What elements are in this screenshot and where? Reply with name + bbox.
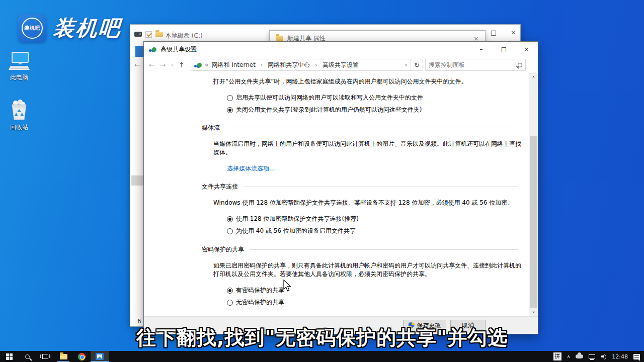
file-sharing-desc: Windows 使用 128 位加密帮助保护文件共享连接。某些设备不支持 128… [213,199,521,207]
history-dropdown-icon[interactable]: ∨ [171,63,174,67]
dialog-title: 高级共享设置 [160,45,197,54]
taskbar-file-explorer[interactable] [54,351,72,362]
section-password-protected-sharing: 密码保护的共享 [202,245,520,254]
public-folder-intro: 打开“公用文件夹共享”时，网络上包括家庭组成员在内的用户都可以访问公用文件夹中的… [213,77,521,86]
explorer-back-icon[interactable]: ← [134,61,140,69]
radio-label: 使用 128 位加密帮助保护文件共享连接(推荐) [236,215,359,223]
radio-disable-public-sharing[interactable]: 关闭公用文件夹共享(登录到此计算机的用户仍然可以访问这些文件夹) [227,106,520,114]
checkmark-icon[interactable] [145,31,152,38]
back-icon[interactable]: ← [149,61,155,69]
close-button[interactable]: × [515,42,538,57]
radio-128bit-encryption[interactable]: 使用 128 位加密帮助保护文件共享连接(推荐) [227,215,520,223]
radio-checked-icon [227,288,233,294]
breadcrumb-item-sharing-center[interactable]: 网络和共享中心 [268,61,310,69]
search-icon [518,63,522,67]
recycle-bin-label: 回收站 [10,123,28,132]
radio-unchecked-icon [227,300,233,306]
section-media-streaming: 媒体流 [202,124,520,132]
radio-checked-icon [227,107,233,113]
advanced-sharing-dialog: 高级共享设置 – □ × ← → ∨ ↑ « 网络和 Internet › 网络… [143,41,538,334]
forward-icon[interactable]: → [160,61,166,69]
breadcrumb[interactable]: « 网络和 Internet › 网络和共享中心 › 高级共享设置 ∨ [191,59,411,71]
radio-unchecked-icon [227,95,233,101]
task-view-button[interactable] [36,351,54,362]
radio-checked-icon [227,216,233,222]
taskbar: 拼 ∧ 12:48 [0,351,644,362]
search-icon [25,354,30,359]
media-streaming-desc: 当媒体流启用时，网络上的用户和设备便可以访问此计算机上的图片、音乐以及视频。此计… [213,140,521,157]
breadcrumb-item-advanced-sharing[interactable]: 高级共享设置 [323,61,359,69]
dialog-titlebar: 高级共享设置 – □ × [144,42,538,57]
minimize-button[interactable]: – [470,42,493,57]
breadcrumb-location-icon [194,63,202,67]
breadcrumb-overflow-icon[interactable]: « [204,61,209,68]
settings-content: 打开“公用文件夹共享”时，网络上包括家庭组成员在内的用户都可以访问公用文件夹中的… [144,73,529,316]
radio-label: 关闭公用文件夹共享(登录到此计算机的用户仍然可以访问这些文件夹) [236,106,422,114]
scrollbar[interactable]: ∧ ∨ [529,73,538,316]
this-pc-icon [8,51,31,71]
folder-icon[interactable] [155,32,163,37]
taskbar-active-app[interactable] [91,351,109,362]
explorer-close-button[interactable]: × [511,29,516,36]
watermark-logo: 装机吧 装机吧 [18,14,121,42]
chrome-icon [78,353,86,360]
radio-password-protected-on[interactable]: 有密码保护的共享 [227,286,520,295]
ime-indicator[interactable]: 拼 [553,352,561,360]
search-box[interactable] [425,59,526,71]
notification-center-icon[interactable] [633,354,640,359]
zhuangjiba-badge-icon: 装机吧 [18,14,46,42]
file-explorer-icon [60,354,67,359]
start-button[interactable] [0,351,18,362]
radio-label: 为使用 40 或 56 位加密的设备启用文件共享 [236,227,356,235]
drive-icon [134,32,142,37]
this-pc-label: 此电脑 [10,73,28,82]
video-subtitle: 往下翻找,找到"无密码保护的共享"并勾选 [0,324,644,351]
network-icon[interactable] [589,354,595,359]
explorer-selected-row [131,175,144,186]
maximize-button[interactable]: □ [493,42,515,57]
badge-text: 装机吧 [24,25,40,32]
section-file-sharing-connections: 文件共享连接 [202,183,520,191]
radio-label: 启用共享以便可以访问网络的用户可以读取和写入公用文件夹中的文件 [236,94,423,102]
breadcrumb-item-network-internet[interactable]: 网络和 Internet [211,61,255,69]
breadcrumb-separator-icon: › [258,62,266,68]
active-app-icon [96,353,104,360]
password-sharing-desc: 如果已启用密码保护的共享，则只有具备此计算机的用户帐户和密码的用户才可以访问共享… [213,261,521,279]
explorer-item-count: 6 [137,318,141,325]
desktop-background: 装机吧 装机吧 此电脑 回收站 [0,0,644,362]
tray-expand-icon[interactable]: ∧ [567,354,571,359]
refresh-button[interactable]: ↻ [411,59,423,71]
up-icon[interactable]: ↑ [179,61,185,69]
clock[interactable]: 12:48 [612,353,628,360]
onedrive-icon[interactable] [576,354,583,358]
brand-text: 装机吧 [52,14,122,42]
taskbar-search-button[interactable] [18,351,36,362]
desktop-icon-recycle-bin[interactable]: 回收站 [3,100,35,132]
volume-icon[interactable] [601,354,606,359]
system-tray: 拼 ∧ 12:48 [553,351,644,362]
radio-label: 无密码保护的共享 [236,298,284,307]
breadcrumb-separator-icon: › [312,62,320,68]
windows-logo-icon [6,353,13,360]
task-view-icon [42,354,48,359]
recycle-bin-icon [9,100,29,121]
scroll-down-icon[interactable]: ∨ [529,308,538,316]
navigation-bar: ← → ∨ ↑ « 网络和 Internet › 网络和共享中心 › 高级共享设… [144,57,538,73]
taskbar-chrome[interactable] [72,351,91,362]
radio-label: 有密码保护的共享 [236,286,284,295]
radio-enable-public-sharing[interactable]: 启用共享以便可以访问网络的用户可以读取和写入公用文件夹中的文件 [227,94,520,102]
explorer-title: 本地磁盘 (C:) [166,32,203,40]
mouse-cursor [283,280,292,293]
scrollbar-thumb[interactable] [530,136,537,308]
search-input[interactable] [429,61,518,68]
radio-unchecked-icon [227,228,233,234]
network-sharing-icon [149,47,156,52]
radio-40-56bit-encryption[interactable]: 为使用 40 或 56 位加密的设备启用文件共享 [227,227,520,235]
explorer-maximize-button[interactable]: □ [491,29,497,36]
properties-folder-icon [276,36,283,41]
media-streaming-options-link[interactable]: 选择媒体流选项... [227,165,275,172]
desktop-icon-this-pc[interactable]: 此电脑 [3,51,35,82]
radio-password-protected-off[interactable]: 无密码保护的共享 [227,298,520,307]
scroll-up-icon[interactable]: ∧ [529,73,538,81]
address-dropdown-icon[interactable]: ∨ [405,63,408,67]
